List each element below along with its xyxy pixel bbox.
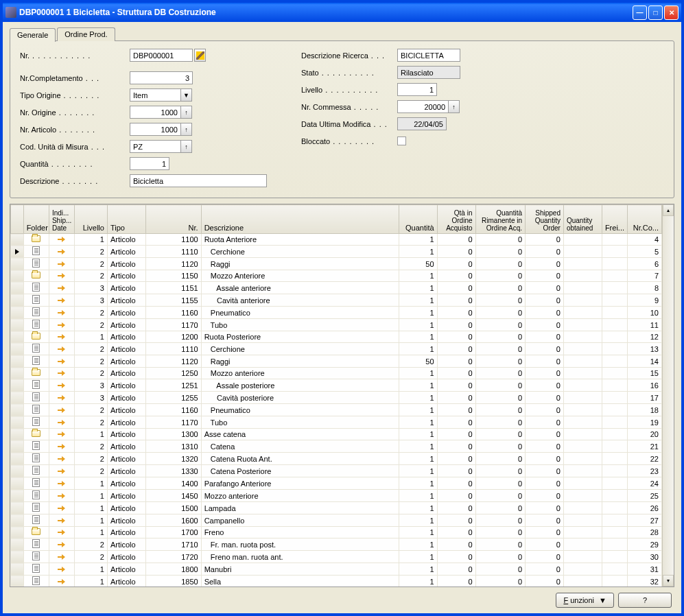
col-ship-qty[interactable]: Shipped Quantity Order [526, 205, 564, 234]
cell-ship-qty[interactable]: 0 [526, 527, 564, 538]
cell-livello[interactable]: 1 [75, 234, 108, 246]
cell-indi[interactable] [49, 576, 74, 587]
col-tipo[interactable]: Tipo [107, 205, 145, 234]
cell-qta-rim[interactable]: 0 [475, 416, 526, 429]
cell-indi[interactable] [49, 234, 74, 246]
cell-tipo[interactable]: Articolo [107, 294, 145, 307]
table-row[interactable]: 1Articolo1850Sella100032 [11, 576, 662, 587]
cell-livello[interactable]: 2 [75, 258, 108, 270]
cell-folder[interactable] [23, 477, 49, 490]
tab-generale[interactable]: Generale [10, 28, 56, 42]
cell-qta-ord[interactable]: 0 [437, 416, 475, 429]
cell-nr[interactable]: 1700 [145, 527, 201, 538]
cell-indi[interactable] [49, 453, 74, 465]
cell-qty-obt[interactable] [563, 404, 602, 416]
cell-frei[interactable] [602, 331, 627, 343]
cell-qta-ord[interactable]: 0 [437, 355, 475, 368]
cell-tipo[interactable]: Articolo [107, 319, 145, 331]
cell-nrco[interactable]: 7 [628, 270, 662, 282]
cell-folder[interactable] [23, 282, 49, 294]
cell-folder[interactable] [23, 343, 49, 355]
table-row[interactable]: 1Articolo1600Campanello100027 [11, 514, 662, 527]
cell-livello[interactable]: 2 [75, 319, 108, 331]
cell-frei[interactable] [602, 379, 627, 392]
cell-frei[interactable] [602, 404, 627, 416]
col-qta[interactable]: Quantità [399, 205, 437, 234]
cell-desc[interactable]: Ruota Posteriore [201, 331, 399, 343]
row-header[interactable] [11, 331, 24, 343]
cell-desc[interactable]: Ruota Anteriore [201, 234, 399, 246]
table-row[interactable]: 3Articolo1255 Cavità posteriore100017 [11, 392, 662, 404]
cell-desc[interactable]: Catena Posteriore [201, 465, 399, 477]
cell-qta-rim[interactable]: 0 [475, 331, 526, 343]
cell-nrco[interactable]: 30 [628, 551, 662, 563]
cell-frei[interactable] [602, 563, 627, 576]
cell-indi[interactable] [49, 429, 74, 440]
cell-nr[interactable]: 1330 [145, 465, 201, 477]
cell-frei[interactable] [602, 490, 627, 502]
cell-qta[interactable]: 1 [399, 404, 437, 416]
cell-qta-ord[interactable]: 0 [437, 465, 475, 477]
cell-qta-ord[interactable]: 0 [437, 270, 475, 282]
cell-qta-rim[interactable]: 0 [475, 355, 526, 368]
checkbox-bloccato[interactable] [397, 137, 406, 145]
cell-frei[interactable] [602, 453, 627, 465]
cell-indi[interactable] [49, 368, 74, 379]
cell-ship-qty[interactable]: 0 [526, 514, 564, 527]
cell-indi[interactable] [49, 343, 74, 355]
cell-nr[interactable]: 1720 [145, 551, 201, 563]
cell-qta[interactable]: 1 [399, 465, 437, 477]
cell-indi[interactable] [49, 294, 74, 307]
cell-ship-qty[interactable]: 0 [526, 453, 564, 465]
table-row[interactable]: 2Articolo1170 Tubo100011 [11, 319, 662, 331]
cell-qta[interactable]: 1 [399, 294, 437, 307]
lookup-cod-um[interactable]: ↑ [180, 140, 192, 153]
row-header[interactable] [11, 282, 24, 294]
cell-frei[interactable] [602, 234, 627, 246]
cell-desc[interactable]: Catena Ruota Ant. [201, 453, 399, 465]
input-cod-um[interactable] [130, 140, 181, 153]
cell-desc[interactable]: Assale posteriore [201, 379, 399, 392]
close-button[interactable]: ✕ [664, 5, 679, 20]
table-row[interactable]: 2Articolo1320 Catena Ruota Ant.100022 [11, 453, 662, 465]
cell-qta-ord[interactable]: 0 [437, 319, 475, 331]
cell-nr[interactable]: 1151 [145, 282, 201, 294]
cell-folder[interactable] [23, 538, 49, 551]
cell-livello[interactable]: 1 [75, 502, 108, 514]
cell-frei[interactable] [602, 355, 627, 368]
cell-ship-qty[interactable]: 0 [526, 490, 564, 502]
cell-nrco[interactable]: 29 [628, 538, 662, 551]
cell-qty-obt[interactable] [563, 429, 602, 440]
cell-qta-rim[interactable]: 0 [475, 563, 526, 576]
cell-livello[interactable]: 2 [75, 307, 108, 319]
cell-qta-ord[interactable]: 0 [437, 576, 475, 587]
cell-qta-rim[interactable]: 0 [475, 527, 526, 538]
col-rowselect[interactable] [11, 205, 24, 234]
cell-desc[interactable]: Cavità posteriore [201, 392, 399, 404]
cell-frei[interactable] [602, 576, 627, 587]
row-header[interactable] [11, 514, 24, 527]
cell-qta[interactable]: 1 [399, 343, 437, 355]
cell-nrco[interactable]: 18 [628, 404, 662, 416]
row-header[interactable] [11, 563, 24, 576]
cell-qty-obt[interactable] [563, 234, 602, 246]
cell-qta[interactable]: 1 [399, 502, 437, 514]
cell-ship-qty[interactable]: 0 [526, 379, 564, 392]
table-row[interactable]: 1Articolo1100Ruota Anteriore10004 [11, 234, 662, 246]
cell-tipo[interactable]: Articolo [107, 343, 145, 355]
row-header[interactable] [11, 294, 24, 307]
cell-folder[interactable] [23, 502, 49, 514]
cell-qty-obt[interactable] [563, 538, 602, 551]
cell-folder[interactable] [23, 551, 49, 563]
scroll-down-button[interactable]: ▾ [663, 575, 674, 587]
cell-tipo[interactable]: Articolo [107, 234, 145, 246]
cell-livello[interactable]: 2 [75, 355, 108, 368]
cell-nr[interactable]: 1170 [145, 416, 201, 429]
cell-folder[interactable] [23, 246, 49, 258]
cell-qta[interactable]: 1 [399, 490, 437, 502]
cell-folder[interactable] [23, 307, 49, 319]
row-header[interactable] [11, 258, 24, 270]
cell-qty-obt[interactable] [563, 440, 602, 453]
cell-frei[interactable] [602, 429, 627, 440]
cell-indi[interactable] [49, 379, 74, 392]
